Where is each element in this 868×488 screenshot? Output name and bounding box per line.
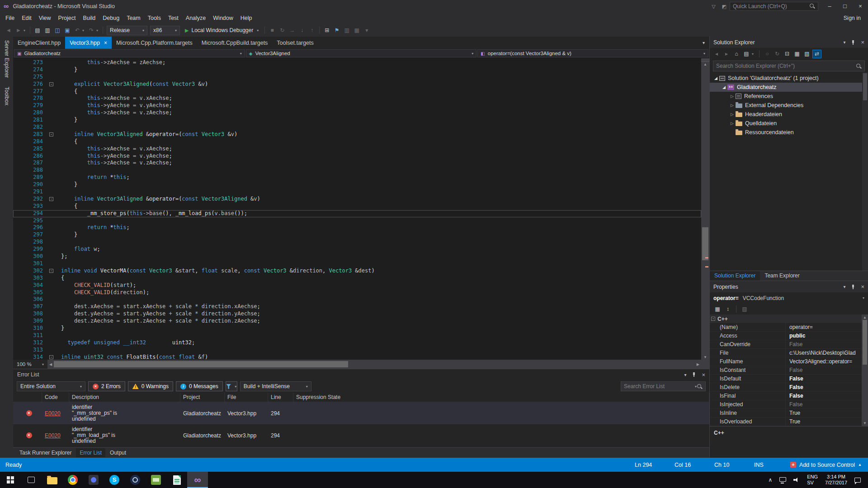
breakpoint-margin[interactable] bbox=[13, 59, 24, 66]
chevron-expanded-icon[interactable]: ◢ bbox=[721, 85, 727, 89]
breakpoint-margin[interactable] bbox=[13, 275, 24, 282]
code-line-281[interactable]: 281 } bbox=[13, 117, 701, 124]
properties-icon[interactable]: ▧ bbox=[802, 50, 811, 58]
solution-tree-scrollbar[interactable] bbox=[862, 72, 868, 271]
navbar-project-dropdown[interactable]: ▣Gladiatorcheatz▾ bbox=[14, 49, 245, 57]
show-hidden-icons-button[interactable]: ∧ bbox=[764, 477, 776, 483]
solution-explorer-search-input[interactable]: Search Solution Explorer (Ctrl+") bbox=[713, 61, 865, 71]
scroll-up-icon[interactable]: ▲ bbox=[862, 315, 868, 319]
code-line-298[interactable]: 298 bbox=[13, 239, 701, 246]
error-list-header[interactable]: Error List ▾ × bbox=[13, 369, 709, 380]
breakpoint-margin[interactable] bbox=[13, 81, 24, 88]
error-column-header-project[interactable]: Project bbox=[180, 393, 225, 402]
breakpoint-margin[interactable] bbox=[13, 246, 24, 253]
steam-icon[interactable] bbox=[125, 472, 146, 488]
code-line-276[interactable]: 276- explicit Vector3Aligned(const Vecto… bbox=[13, 81, 701, 88]
menu-item-window[interactable]: Window bbox=[209, 13, 236, 23]
breakpoint-margin[interactable] bbox=[13, 354, 24, 360]
scope-filter-dropdown[interactable]: Entire Solution ▾ bbox=[17, 381, 85, 391]
breakpoint-margin[interactable] bbox=[13, 181, 24, 188]
error-column-header-code[interactable]: Code bbox=[42, 393, 69, 402]
code-editor[interactable]: 273 this->zAechse = zAechse;274 }275276-… bbox=[13, 58, 709, 360]
breakpoint-margin[interactable] bbox=[13, 102, 24, 109]
menu-item-team[interactable]: Team bbox=[123, 13, 144, 23]
code-line-296[interactable]: 296 return *this; bbox=[13, 224, 701, 231]
breakpoint-margin[interactable] bbox=[13, 138, 24, 145]
breakpoint-margin[interactable] bbox=[13, 267, 24, 275]
task-view-button[interactable] bbox=[21, 472, 42, 488]
breakpoint-margin[interactable] bbox=[13, 66, 24, 74]
code-line-305[interactable]: 305 CHECK_VALID(direction); bbox=[13, 289, 701, 296]
panel-tab-task-runner-explorer[interactable]: Task Runner Explorer bbox=[16, 448, 75, 457]
tree-item-solution-gladiatorcheatz-1-project[interactable]: ◢Solution 'Gladiatorcheatz' (1 project) bbox=[710, 74, 868, 83]
code-line-314[interactable]: 314-inline uint32 const FloatBits(const … bbox=[13, 354, 701, 360]
panel-tab-error-list[interactable]: Error List bbox=[76, 448, 105, 457]
error-column-header-icon[interactable] bbox=[13, 393, 42, 402]
stop-debugging-icon[interactable]: ■ bbox=[267, 27, 277, 33]
breakpoint-margin[interactable] bbox=[13, 224, 24, 231]
property-row-isdelete[interactable]: IsDeleteFalse bbox=[710, 383, 862, 392]
filter-button[interactable]: ▾ bbox=[226, 381, 237, 391]
quick-launch-input[interactable]: Quick Launch (Ctrl+Q) bbox=[730, 2, 818, 11]
menu-item-debug[interactable]: Debug bbox=[99, 13, 123, 23]
solution-configurations-dropdown[interactable]: Release▾ bbox=[107, 26, 147, 35]
restart-icon[interactable]: ↻ bbox=[277, 27, 287, 33]
error-row[interactable]: ×E0020identifier "_mm_load_ps" is undefi… bbox=[13, 424, 709, 446]
breakpoint-margin[interactable] bbox=[13, 260, 24, 267]
code-line-308[interactable]: 308 dest.yAechse = start.yAechse + scale… bbox=[13, 310, 701, 318]
tree-item-ressourcendateien[interactable]: Ressourcendateien bbox=[710, 128, 868, 137]
code-line-279[interactable]: 279 this->yAechse = v.yAechse; bbox=[13, 102, 701, 109]
chrome-icon[interactable] bbox=[62, 472, 83, 488]
undo-icon[interactable]: ↶ bbox=[72, 27, 82, 33]
property-row-name[interactable]: (Name)operator= bbox=[710, 323, 862, 332]
app-icon-green[interactable] bbox=[146, 472, 166, 488]
window-position-icon[interactable]: ▾ bbox=[843, 40, 845, 45]
home-icon[interactable]: ⌂ bbox=[732, 50, 741, 58]
breakpoint-margin[interactable] bbox=[13, 131, 24, 138]
code-line-311[interactable]: 311 bbox=[13, 332, 701, 339]
properties-scrollbar[interactable]: ▲ ▼ bbox=[862, 314, 868, 426]
code-line-313[interactable]: 313 bbox=[13, 347, 701, 354]
error-list-search-input[interactable]: Search Error List ▾ bbox=[621, 381, 706, 391]
start-debugging-button[interactable]: ▶Local Windows Debugger▾ bbox=[181, 27, 262, 33]
code-line-297[interactable]: 297 } bbox=[13, 231, 701, 239]
tree-item-quelldateien[interactable]: ▷Quelldateien bbox=[710, 119, 868, 128]
warnings-filter-button[interactable]: ! 0 Warnings bbox=[128, 381, 173, 391]
refresh-icon[interactable]: ↻ bbox=[773, 50, 782, 58]
horizontal-scrollbar-thumb[interactable] bbox=[54, 361, 348, 367]
code-line-304[interactable]: 304 CHECK_VALID(start); bbox=[13, 282, 701, 289]
action-center-icon[interactable] bbox=[851, 478, 864, 483]
properties-object-dropdown[interactable]: operator= VCCodeFunction ▾ bbox=[710, 292, 868, 304]
fold-collapse-icon[interactable]: - bbox=[49, 355, 53, 359]
breakpoint-margin[interactable] bbox=[13, 203, 24, 210]
navigate-forward-icon[interactable]: ► bbox=[14, 27, 24, 33]
code-line-291[interactable]: 291 bbox=[13, 188, 701, 196]
breakpoint-margin[interactable] bbox=[13, 303, 24, 310]
errors-filter-button[interactable]: × 2 Errors bbox=[88, 381, 125, 391]
fold-collapse-icon[interactable]: - bbox=[49, 82, 53, 86]
menu-item-tools[interactable]: Tools bbox=[144, 13, 165, 23]
property-category[interactable]: - C++ bbox=[710, 314, 862, 323]
menu-item-edit[interactable]: Edit bbox=[18, 13, 35, 23]
code-line-293[interactable]: 293 { bbox=[13, 203, 701, 210]
window-position-icon[interactable]: ▾ bbox=[843, 284, 845, 289]
breakpoint-margin[interactable] bbox=[13, 88, 24, 95]
app-icon-dark-blue[interactable] bbox=[83, 472, 104, 488]
close-icon[interactable]: × bbox=[861, 283, 864, 290]
breakpoint-margin[interactable] bbox=[13, 339, 24, 347]
menu-item-test[interactable]: Test bbox=[165, 13, 182, 23]
scroll-right-icon[interactable]: ▶ bbox=[697, 360, 699, 369]
fold-collapse-icon[interactable]: - bbox=[49, 197, 53, 201]
breakpoint-margin[interactable] bbox=[13, 153, 24, 160]
scroll-left-icon[interactable]: ◀ bbox=[49, 360, 52, 369]
code-line-295[interactable]: 295 bbox=[13, 217, 701, 225]
properties-header[interactable]: Properties ▾ × bbox=[710, 281, 868, 292]
code-line-286[interactable]: 286 this->yAechse = v.yAechse; bbox=[13, 153, 701, 160]
breakpoint-margin[interactable] bbox=[13, 196, 24, 203]
code-line-307[interactable]: 307 dest.xAechse = start.xAechse + scale… bbox=[13, 303, 701, 310]
alphabetical-icon[interactable]: ↕ bbox=[723, 305, 732, 314]
scroll-down-icon[interactable]: ▼ bbox=[701, 355, 709, 359]
breakpoint-margin[interactable] bbox=[13, 289, 24, 296]
code-line-289[interactable]: 289 return *this; bbox=[13, 174, 701, 181]
breakpoint-margin[interactable] bbox=[13, 325, 24, 332]
